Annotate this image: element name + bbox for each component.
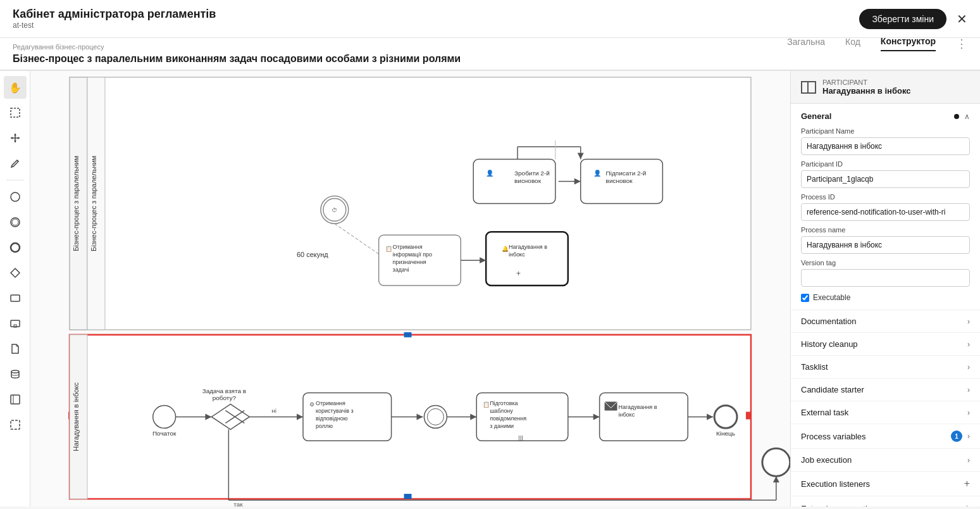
svg-text:Отримання: Отримання — [393, 244, 423, 250]
execution-listeners-row[interactable]: Execution listeners + — [791, 472, 980, 496]
app-subtitle: at-test — [13, 21, 216, 30]
svg-text:Бізнес-процес з паралельним: Бізнес-процес з паралельним — [90, 156, 97, 251]
extension-properties-plus-icon: + — [964, 503, 970, 506]
tab-constructor[interactable]: Конструктор — [881, 36, 936, 51]
svg-text:користувачів з: користувачів з — [316, 408, 354, 414]
process-variables-label: Process variables — [801, 432, 866, 441]
svg-rect-9 — [11, 395, 20, 404]
hand-tool-button[interactable]: ✋ — [4, 76, 27, 99]
more-menu-icon[interactable]: ⋮ — [956, 37, 967, 51]
svg-text:Підготовка: Підготовка — [490, 400, 518, 406]
tab-general[interactable]: Загальна — [787, 37, 825, 51]
save-button[interactable]: Зберегти зміни — [859, 9, 946, 29]
external-task-chevron-icon: › — [967, 408, 970, 417]
version-tag-input[interactable] — [801, 269, 970, 287]
lasso-button[interactable] — [4, 413, 27, 436]
svg-point-79 — [427, 408, 443, 425]
svg-marker-102 — [773, 476, 779, 482]
candidate-starter-right: › — [967, 386, 970, 394]
svg-point-8 — [11, 370, 19, 373]
data-store-button[interactable] — [4, 363, 27, 386]
canvas-area[interactable]: Бізнес-процес з паралельним Бізнес-проце… — [30, 71, 790, 506]
svg-text:Задача взята в: Задача взята в — [202, 387, 246, 394]
svg-point-99 — [762, 448, 790, 476]
svg-text:висновок: висновок — [514, 177, 542, 184]
participant-id-input[interactable] — [801, 170, 970, 188]
svg-text:⚙: ⚙ — [309, 401, 314, 408]
end-event-button[interactable] — [4, 236, 27, 259]
tasklist-row[interactable]: Tasklist › — [791, 356, 980, 379]
svg-rect-51 — [404, 332, 412, 337]
job-execution-row[interactable]: Job execution › — [791, 449, 980, 472]
svg-point-4 — [11, 243, 20, 252]
documentation-row[interactable]: Documentation › — [791, 310, 980, 333]
process-id-label: Process ID — [801, 193, 970, 201]
process-variables-right: 1 › — [951, 430, 970, 442]
right-panel: PARTICIPANT Нагадування в інбокс General… — [790, 71, 980, 506]
tasklist-right: › — [967, 363, 970, 372]
svg-rect-91 — [600, 393, 688, 441]
svg-text:60 секунд: 60 секунд — [297, 251, 328, 258]
history-cleanup-right: › — [967, 340, 970, 349]
bpmn-diagram: Бізнес-процес з паралельним Бізнес-проце… — [30, 71, 790, 506]
candidate-starter-row[interactable]: Candidate starter › — [791, 379, 980, 401]
documentation-chevron-icon: › — [967, 317, 970, 326]
participant-id-label: Participant ID — [801, 160, 970, 168]
svg-text:інбокс: інбокс — [509, 251, 525, 258]
executable-row: Executable — [801, 293, 970, 302]
svg-text:інбокс: інбокс — [619, 412, 635, 418]
participant-name-input[interactable] — [801, 137, 970, 155]
external-task-row[interactable]: External task › — [791, 401, 980, 424]
history-cleanup-row[interactable]: History cleanup › — [791, 333, 980, 356]
select-tool-button[interactable] — [4, 101, 27, 124]
intermediate-event-button[interactable] — [4, 211, 27, 234]
svg-text:Початок: Початок — [152, 430, 177, 437]
history-cleanup-chevron-icon: › — [967, 340, 970, 349]
participant-name-label: Participant Name — [801, 127, 970, 135]
svg-text:інформації про: інформації про — [393, 251, 432, 258]
process-name-label: Process name — [801, 226, 970, 234]
candidate-starter-label: Candidate starter — [801, 385, 864, 394]
header-left: Кабінет адміністратора регламентів at-te… — [13, 8, 216, 30]
svg-text:+: + — [516, 269, 521, 278]
svg-rect-6 — [11, 320, 20, 327]
svg-rect-92 — [605, 401, 617, 410]
general-chevron-icon[interactable]: ∧ — [964, 112, 970, 121]
execution-listeners-right: + — [964, 478, 970, 489]
extension-properties-row[interactable]: Extension properties + — [791, 496, 980, 506]
tabs-row: Загальна Код Конструктор ⋮ — [787, 36, 967, 51]
executable-checkbox[interactable] — [801, 294, 809, 302]
pool-button[interactable] — [4, 388, 27, 411]
job-execution-right: › — [967, 456, 970, 465]
executable-label: Executable — [813, 293, 850, 302]
close-icon[interactable]: ✕ — [957, 11, 967, 27]
job-execution-label: Job execution — [801, 455, 852, 465]
svg-text:|||: ||| — [518, 434, 523, 441]
start-event-button[interactable] — [4, 185, 27, 208]
tab-code[interactable]: Код — [845, 37, 860, 51]
left-toolbar: ✋ — [0, 71, 30, 506]
svg-rect-11 — [11, 420, 20, 429]
panel-name: Нагадування в інбокс — [822, 86, 910, 96]
data-object-button[interactable] — [4, 337, 27, 360]
process-name-input[interactable] — [801, 236, 970, 254]
svg-text:Нагадування в: Нагадування в — [509, 244, 547, 250]
svg-point-97 — [714, 405, 737, 428]
subprocess-button[interactable] — [4, 312, 27, 335]
external-task-label: External task — [801, 408, 848, 417]
documentation-label: Documentation — [801, 317, 856, 326]
extension-properties-right: + — [964, 503, 970, 506]
gateway-button[interactable] — [4, 261, 27, 284]
svg-text:👤: 👤 — [486, 169, 494, 177]
section-title: General — [801, 111, 831, 121]
task-button[interactable] — [4, 287, 27, 310]
svg-text:шаблону: шаблону — [490, 408, 513, 414]
panel-type-label: PARTICIPANT — [822, 79, 867, 86]
svg-text:Нагадування в інбокс: Нагадування в інбокс — [72, 382, 80, 451]
svg-text:відповідною: відповідною — [316, 415, 348, 422]
move-tool-button[interactable] — [4, 127, 27, 149]
process-variables-row[interactable]: Process variables 1 › — [791, 424, 980, 449]
pen-tool-button[interactable] — [4, 152, 27, 175]
svg-point-57 — [153, 405, 176, 428]
process-id-input[interactable] — [801, 203, 970, 221]
